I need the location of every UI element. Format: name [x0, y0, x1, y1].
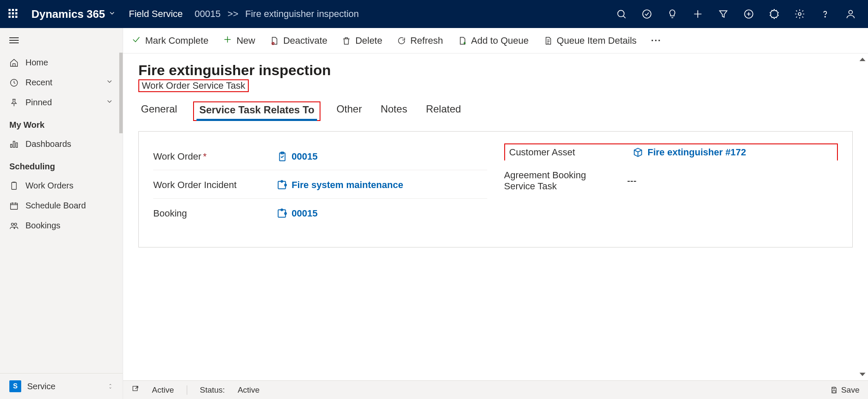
brand-label: Dynamics 365	[31, 8, 105, 21]
sidebar-item-scheduleboard[interactable]: Schedule Board	[0, 196, 123, 216]
tab-other[interactable]: Other	[334, 101, 365, 121]
sidebar-scrollbar[interactable]	[119, 53, 123, 133]
search-icon[interactable]	[612, 5, 630, 23]
sidebar-item-dashboards[interactable]: Dashboards	[0, 134, 123, 154]
tab-general[interactable]: General	[138, 101, 180, 121]
puzzle-icon	[276, 208, 287, 219]
plus-circle-icon[interactable]	[740, 5, 758, 23]
app-name[interactable]: Field Service	[129, 8, 183, 20]
svg-point-0	[618, 10, 624, 17]
record-subtitle: Work Order Service Task	[138, 79, 249, 92]
form-panel: Work Order* 00015 Work Order Incident Fi…	[138, 131, 853, 247]
field-label: Work Order Incident	[153, 180, 268, 191]
tab-notes[interactable]: Notes	[378, 101, 410, 121]
field-booking[interactable]: Booking 00015	[153, 200, 487, 227]
user-icon[interactable]	[842, 5, 860, 23]
breadcrumb: 00015 >> Fire extinguisher inspection	[195, 8, 359, 20]
cmd-refresh[interactable]: Refresh	[397, 35, 443, 46]
area-label: Service	[27, 382, 56, 391]
sidebar-group-scheduling: Scheduling	[0, 154, 123, 176]
chevron-down-icon	[106, 78, 113, 87]
svg-rect-7	[12, 182, 17, 189]
field-label: Work Order	[153, 151, 201, 162]
divider	[187, 385, 187, 395]
svg-point-1	[643, 10, 651, 18]
lookup-link[interactable]: Fire system maintenance	[292, 180, 403, 191]
save-label: Save	[841, 385, 860, 395]
cmd-overflow[interactable]: ···	[651, 35, 661, 46]
content-scrollbar[interactable]	[859, 58, 866, 376]
area-tile: S	[9, 380, 21, 392]
lookup-link[interactable]: 00015	[292, 208, 317, 219]
svg-rect-20	[133, 386, 138, 391]
breadcrumb-title: Fire extinguisher inspection	[245, 8, 359, 19]
clipboard-icon	[276, 151, 287, 162]
breadcrumb-id[interactable]: 00015	[195, 8, 221, 19]
field-value: ---	[627, 175, 637, 186]
status-value: Active	[238, 385, 260, 395]
filter-icon[interactable]	[714, 5, 732, 23]
app-launcher-icon[interactable]	[8, 9, 19, 19]
cmd-label: Mark Complete	[145, 35, 208, 46]
tab-related[interactable]: Related	[423, 101, 463, 121]
cmd-queue-details[interactable]: Queue Item Details	[543, 35, 637, 46]
puzzle-icon	[276, 180, 287, 191]
lookup-link[interactable]: 00015	[292, 151, 317, 162]
status-bar: Active Status: Active Save	[123, 380, 868, 399]
sidebar-item-pinned[interactable]: Pinned	[0, 93, 123, 112]
main-content: Mark Complete New Deactivate Delete Refr…	[123, 28, 868, 399]
area-chevron-icon	[107, 383, 113, 390]
sidebar-toggle-icon[interactable]	[0, 28, 123, 53]
field-incident[interactable]: Work Order Incident Fire system maintena…	[153, 172, 487, 199]
site-sidebar: Home Recent Pinned My Work Dashboards Sc…	[0, 28, 123, 399]
add-icon[interactable]	[689, 5, 707, 23]
help-icon[interactable]	[816, 5, 834, 23]
svg-point-4	[825, 17, 826, 17]
status-label: Status:	[200, 385, 225, 395]
cmd-add-queue[interactable]: Add to Queue	[458, 35, 529, 46]
sidebar-label: Bookings	[25, 221, 60, 230]
svg-point-10	[14, 223, 17, 225]
sidebar-item-bookings[interactable]: Bookings	[0, 216, 123, 236]
sidebar-item-workorders[interactable]: Work Orders	[0, 176, 123, 196]
required-icon: *	[203, 151, 207, 162]
svg-rect-8	[11, 203, 18, 209]
sidebar-item-home[interactable]: Home	[0, 53, 123, 73]
cmd-new[interactable]: New	[223, 35, 255, 47]
field-label: Agreement Booking Service Task	[504, 170, 619, 192]
cmd-deactivate[interactable]: Deactivate	[270, 35, 327, 46]
lightbulb-icon[interactable]	[663, 5, 681, 23]
task-icon[interactable]	[638, 5, 656, 23]
brand-dropdown-icon[interactable]	[108, 9, 116, 19]
lookup-link[interactable]: Fire extinguisher #172	[648, 147, 746, 158]
svg-rect-22	[833, 390, 835, 393]
global-nav-bar: Dynamics 365 Field Service 00015 >> Fire…	[0, 0, 868, 28]
form-tabs: General Service Task Relates To Other No…	[138, 101, 853, 121]
field-work-order[interactable]: Work Order* 00015	[153, 143, 487, 170]
record-title: Fire extinguisher inspection	[138, 62, 853, 79]
svg-point-3	[798, 13, 801, 16]
breadcrumb-separator-icon: >>	[228, 8, 239, 19]
settings-icon[interactable]	[765, 5, 783, 23]
sidebar-label: Work Orders	[25, 181, 73, 191]
cmd-label: Queue Item Details	[557, 35, 637, 46]
command-bar: Mark Complete New Deactivate Delete Refr…	[123, 28, 868, 53]
cmd-label: New	[236, 35, 255, 46]
chevron-down-icon	[106, 98, 113, 107]
cmd-label: Deactivate	[283, 35, 327, 46]
cmd-label: Refresh	[410, 35, 443, 46]
cmd-delete[interactable]: Delete	[342, 35, 382, 46]
field-agreement-booking[interactable]: Agreement Booking Service Task ---	[504, 162, 838, 200]
sidebar-group-mywork: My Work	[0, 112, 123, 134]
sidebar-label: Recent	[25, 78, 52, 87]
sidebar-label: Dashboards	[25, 139, 71, 149]
save-button[interactable]: Save	[830, 385, 860, 395]
cmd-mark-complete[interactable]: Mark Complete	[132, 35, 208, 47]
gear-icon[interactable]	[791, 5, 809, 23]
field-customer-asset[interactable]: Customer Asset Fire extinguisher #172	[504, 143, 838, 160]
sidebar-item-recent[interactable]: Recent	[0, 73, 123, 93]
tab-service-task-relates[interactable]: Service Task Relates To	[197, 102, 317, 120]
popout-icon[interactable]	[132, 385, 139, 395]
svg-rect-21	[833, 387, 835, 389]
area-switcher[interactable]: S Service	[0, 373, 123, 399]
